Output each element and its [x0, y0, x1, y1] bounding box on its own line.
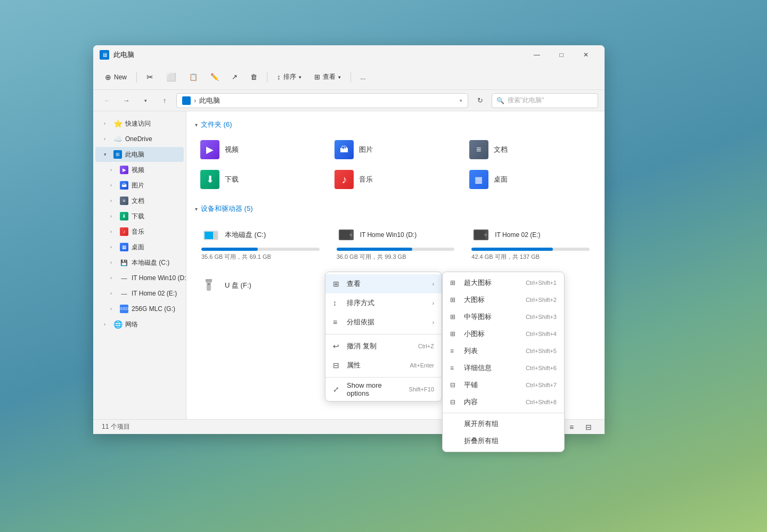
drive-g-icon: SSD — [120, 305, 128, 313]
view-button[interactable]: ⊞ 查看 ▾ — [309, 69, 346, 86]
submenu-collapse-all[interactable]: 折叠所有组 — [443, 432, 564, 449]
submenu-details[interactable]: ≡ 详细信息 Ctrl+Shift+6 — [443, 359, 564, 377]
more-button[interactable]: ... — [355, 69, 371, 86]
drive-d-header: IT Home Win10 (D:) — [337, 225, 455, 244]
menu-item-more-options[interactable]: ⤢ Show more options Shift+F10 — [325, 380, 442, 399]
music-icon: ♪ — [334, 170, 354, 189]
dropdown-button[interactable]: ▾ — [138, 93, 153, 108]
close-button[interactable]: ✕ — [574, 45, 598, 64]
submenu-tiles[interactable]: ⊟ 平铺 Ctrl+Shift+7 — [443, 377, 564, 394]
folder-label-docs: 文档 — [494, 145, 508, 154]
sidebar-item-quick-access[interactable]: › ⭐ 快速访问 — [95, 116, 184, 131]
search-box[interactable]: 🔍 搜索"此电脑" — [492, 93, 598, 108]
sidebar-item-drive-d[interactable]: › — IT Home Win10 (D:) — [95, 271, 184, 285]
up-button[interactable]: ↑ — [157, 93, 172, 108]
address-dropdown-icon: ▾ — [460, 98, 462, 103]
new-button[interactable]: ⊕ New — [100, 69, 132, 86]
sidebar-item-drive-c[interactable]: › 💾 本地磁盘 (C:) — [95, 255, 184, 270]
svg-rect-2 — [209, 232, 213, 236]
folder-item-download[interactable]: ⬇ 下载 — [195, 166, 327, 193]
menu-item-sort[interactable]: ↕ 排序方式 › — [325, 293, 442, 313]
expand-arrow-quick-access: › — [104, 121, 110, 126]
folder-item-video[interactable]: ▶ 视频 — [195, 136, 327, 163]
sort-menu-icon: ↕ — [333, 299, 341, 307]
sidebar-item-downloads[interactable]: › ⬇ 下载 — [95, 209, 184, 224]
address-path[interactable]: › 此电脑 ▾ — [176, 93, 468, 108]
sidebar-item-desktop[interactable]: › ▦ 桌面 — [95, 240, 184, 255]
sidebar-item-documents[interactable]: › ≡ 文档 — [95, 193, 184, 208]
drive-item-c[interactable]: 本地磁盘 (C:) 35.6 GB 可用，共 69.1 GB — [195, 220, 326, 266]
expand-arrow-pictures: › — [110, 183, 117, 188]
extra-large-label: 超大图标 — [464, 278, 520, 288]
sidebar-label-drive-c: 本地磁盘 (C:) — [132, 258, 169, 267]
grid-view-button[interactable]: ⊟ — [581, 420, 596, 435]
folder-item-docs[interactable]: ≡ 文档 — [464, 136, 596, 163]
rename-button[interactable]: ✏️ — [205, 69, 224, 86]
music-folder-icon: ♪ — [120, 227, 128, 236]
list-view-button[interactable]: ≡ — [564, 420, 579, 435]
sort-button[interactable]: ↕ 排序 ▾ — [272, 69, 307, 86]
drives-section-header[interactable]: ▾ 设备和驱动器 (5) — [195, 204, 596, 214]
props-menu-label: 属性 — [347, 361, 404, 370]
drive-item-e[interactable]: IT Home 02 (E:) 42.4 GB 可用，共 137 GB — [465, 220, 596, 266]
sidebar-item-music[interactable]: › ♪ 音乐 — [95, 224, 184, 239]
expand-arrow-onedrive: › — [104, 136, 110, 142]
svg-rect-7 — [340, 231, 350, 239]
props-menu-icon: ⊟ — [333, 361, 341, 370]
cut-button[interactable]: ✂ — [141, 69, 159, 86]
submenu-extra-large[interactable]: ⊞ 超大图标 Ctrl+Shift+1 — [443, 274, 564, 291]
submenu-content[interactable]: ⊟ 内容 Ctrl+Shift+8 — [443, 394, 564, 411]
sidebar-item-onedrive[interactable]: › ☁️ OneDrive — [95, 132, 184, 146]
sidebar-item-this-pc[interactable]: ▾ ⊞ 此电脑 — [95, 147, 184, 162]
menu-item-undo[interactable]: ↩ 撤消 复制 Ctrl+Z — [325, 337, 442, 356]
forward-button[interactable]: → — [119, 93, 134, 108]
share-button[interactable]: ↗ — [226, 69, 243, 86]
drive-d-name: IT Home Win10 (D:) — [360, 231, 417, 239]
folder-item-music[interactable]: ♪ 音乐 — [329, 166, 461, 193]
copy-button[interactable]: ⬜ — [161, 69, 182, 86]
paste-icon: 📋 — [189, 73, 198, 81]
submenu-list[interactable]: ≡ 列表 Ctrl+Shift+5 — [443, 342, 564, 359]
back-button[interactable]: ← — [100, 93, 115, 108]
paste-button[interactable]: 📋 — [184, 69, 203, 86]
sidebar-item-videos[interactable]: › ▶ 视频 — [95, 162, 184, 177]
details-label: 详细信息 — [464, 363, 520, 373]
path-text: 此电脑 — [199, 96, 220, 105]
desktop-icon: ▦ — [469, 170, 488, 189]
minimize-button[interactable]: — — [525, 45, 549, 64]
sidebar-item-pictures[interactable]: › 🏔 图片 — [95, 178, 184, 193]
drive-f-header: U 盘 (F:) — [201, 276, 320, 295]
menu-item-view[interactable]: ⊞ 查看 › — [325, 274, 442, 293]
documents-folder-icon: ≡ — [120, 197, 128, 205]
maximize-button[interactable]: □ — [549, 45, 574, 64]
group-menu-icon: ≡ — [333, 318, 341, 326]
submenu-expand-all[interactable]: 展开所有组 — [443, 415, 564, 432]
delete-button[interactable]: 🗑 — [245, 69, 263, 86]
sidebar-item-drive-g[interactable]: › SSD 256G MLC (G:) — [95, 301, 184, 316]
window-controls: — □ ✕ — [525, 45, 598, 64]
submenu-small[interactable]: ⊞ 小图标 Ctrl+Shift+4 — [443, 325, 564, 342]
submenu-medium[interactable]: ⊞ 中等图标 Ctrl+Shift+3 — [443, 308, 564, 325]
window-icon: 🖥 — [100, 50, 109, 60]
drive-item-f[interactable]: U 盘 (F:) — [195, 271, 326, 317]
menu-item-group[interactable]: ≡ 分组依据 › — [325, 313, 442, 332]
submenu-large[interactable]: ⊞ 大图标 Ctrl+Shift+2 — [443, 291, 564, 308]
sidebar-item-network[interactable]: › 🌐 网络 — [95, 317, 184, 332]
drive-c-bar-container — [201, 248, 320, 251]
expand-all-label: 展开所有组 — [464, 419, 557, 429]
expand-arrow-documents: › — [110, 198, 117, 203]
menu-item-props[interactable]: ⊟ 属性 Alt+Enter — [325, 356, 442, 375]
sidebar-item-drive-e[interactable]: › — IT Home 02 (E:) — [95, 286, 184, 301]
sidebar-label-this-pc: 此电脑 — [125, 150, 144, 159]
menu-sep-1 — [325, 334, 442, 334]
undo-menu-label: 撤消 复制 — [347, 341, 413, 351]
drive-item-d[interactable]: IT Home Win10 (D:) 36.0 GB 可用，共 99.3 GB — [330, 220, 461, 266]
refresh-button[interactable]: ↻ — [472, 93, 487, 108]
list-icon: ≡ — [450, 347, 459, 355]
folder-item-desktop[interactable]: ▦ 桌面 — [464, 166, 596, 193]
folders-section-header[interactable]: ▾ 文件夹 (6) — [195, 120, 596, 129]
expand-arrow-this-pc: ▾ — [104, 152, 110, 157]
sidebar: › ⭐ 快速访问 › ☁️ OneDrive ▾ ⊞ 此电脑 › ▶ 视频 › — [93, 111, 186, 419]
drive-c-icon: 💾 — [120, 258, 128, 267]
folder-item-photo[interactable]: 🏔 图片 — [329, 136, 461, 163]
